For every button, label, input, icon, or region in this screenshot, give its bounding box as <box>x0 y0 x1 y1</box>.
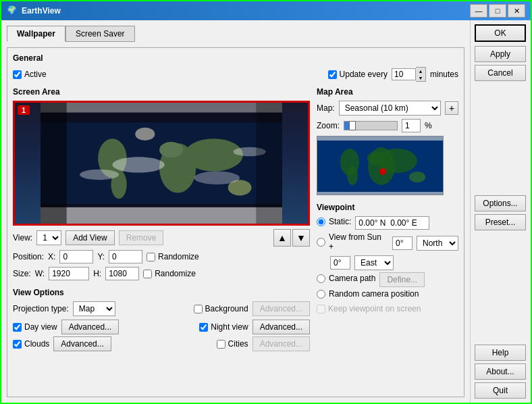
cities-checkbox-label[interactable]: Cities <box>217 339 248 349</box>
clouds-checkbox-label[interactable]: Clouds <box>13 339 49 349</box>
screen-area-section: Screen Area 1 <box>13 87 310 355</box>
zoom-value-input[interactable] <box>402 119 421 132</box>
random-camera-label: Random camera position <box>329 289 419 299</box>
map-select[interactable]: Seasonal (10 km) Daily (1 km) <box>339 101 441 116</box>
advanced-night-button[interactable]: Advanced... <box>252 320 310 334</box>
svg-point-25 <box>379 168 386 175</box>
svg-rect-10 <box>41 207 282 224</box>
screen-area-title: Screen Area <box>13 87 310 97</box>
clouds-checkbox[interactable] <box>13 340 22 349</box>
app-icon: 🌍 <box>7 5 18 16</box>
right-button-panel: OK Apply Cancel Options... Preset... Hel… <box>470 20 531 403</box>
h-label: H: <box>93 269 101 278</box>
static-radio-label[interactable]: Static: <box>317 217 351 226</box>
static-label: Static: <box>329 217 351 226</box>
nav-arrows: ▲ ▼ <box>273 229 310 247</box>
general-section: General Active Update every <box>13 53 458 82</box>
static-coord-input[interactable] <box>355 216 429 230</box>
tab-wallpaper[interactable]: Wallpaper <box>7 26 65 42</box>
zoom-percent-label: % <box>425 121 432 130</box>
day-view-checkbox[interactable] <box>13 323 22 332</box>
sun-value-input[interactable] <box>392 236 413 250</box>
apply-button[interactable]: Apply <box>475 46 526 62</box>
add-view-button[interactable]: Add View <box>65 230 114 245</box>
randomize-size-label[interactable]: Randomize <box>143 269 196 278</box>
maximize-button[interactable]: □ <box>489 4 506 18</box>
view-label: View: <box>13 233 32 243</box>
w-input[interactable] <box>49 267 89 280</box>
general-title: General <box>13 53 458 63</box>
view-select[interactable]: 1 <box>36 230 61 245</box>
options-button[interactable]: Options... <box>475 195 526 211</box>
svg-point-24 <box>409 172 425 182</box>
active-checkbox[interactable] <box>13 70 22 79</box>
minimize-button[interactable]: — <box>470 4 487 18</box>
background-label: Background <box>205 304 248 313</box>
night-view-checkbox-label[interactable]: Night view <box>199 322 248 332</box>
main-content: Wallpaper Screen Saver General Active <box>1 20 470 403</box>
zoom-slider[interactable] <box>344 121 398 130</box>
x-label: X: <box>48 252 55 261</box>
random-camera-radio-label[interactable]: Random camera position <box>317 289 419 299</box>
earth-preview[interactable]: 1 <box>13 101 310 226</box>
map-plus-button[interactable]: + <box>445 101 458 115</box>
close-button[interactable]: ✕ <box>508 4 525 18</box>
preset-button[interactable]: Preset... <box>475 214 526 230</box>
camera-path-radio[interactable] <box>317 274 325 283</box>
background-checkbox-label[interactable]: Background <box>194 304 248 313</box>
update-checkbox-label[interactable]: Update every <box>328 70 388 79</box>
tab-bar: Wallpaper Screen Saver <box>7 26 464 42</box>
quit-button[interactable]: Quit <box>475 382 526 399</box>
advanced-day-button[interactable]: Advanced... <box>61 320 119 334</box>
down-arrow-btn[interactable]: ▼ <box>292 229 310 247</box>
up-arrow-btn[interactable]: ▲ <box>273 229 291 247</box>
main-window: 🌍 EarthView — □ ✕ Wallpaper Screen Saver… <box>0 0 532 404</box>
advanced-clouds-button[interactable]: Advanced... <box>53 336 111 351</box>
camera-path-radio-label[interactable]: Camera path <box>317 274 375 283</box>
update-decrement-btn[interactable]: ▼ <box>416 74 425 81</box>
active-label: Active <box>24 70 47 79</box>
svg-rect-27 <box>317 192 444 195</box>
h-input[interactable] <box>105 267 139 280</box>
x-input[interactable] <box>59 250 93 263</box>
static-radio[interactable] <box>317 218 325 226</box>
camera-path-label: Camera path <box>329 274 375 283</box>
view-from-sun-radio-label[interactable]: View from Sun + <box>317 232 388 251</box>
w-label: W: <box>35 269 45 278</box>
randomize-position-checkbox[interactable] <box>147 253 155 261</box>
about-button[interactable]: About... <box>475 363 526 380</box>
map-area-title: Map Area <box>317 87 458 97</box>
svg-point-23 <box>347 166 358 185</box>
view-from-sun-radio[interactable] <box>317 238 325 247</box>
east-select[interactable]: East West <box>354 255 394 270</box>
ok-button[interactable]: OK <box>475 24 526 42</box>
keep-viewpoint-label: Keep viewpoint on screen <box>328 304 421 313</box>
y-input[interactable] <box>109 250 142 263</box>
day-view-checkbox-label[interactable]: Day view <box>13 322 57 332</box>
map-mini-preview[interactable] <box>317 136 444 195</box>
window-controls: — □ ✕ <box>470 4 525 18</box>
east-value-input[interactable] <box>330 256 350 270</box>
view-options-title: View Options <box>13 288 310 297</box>
update-checkbox[interactable] <box>328 70 337 79</box>
tab-screensaver[interactable]: Screen Saver <box>65 26 135 42</box>
cities-checkbox[interactable] <box>217 340 225 349</box>
randomize-position-label[interactable]: Randomize <box>147 252 199 261</box>
svg-point-5 <box>184 138 243 171</box>
update-spinner[interactable]: ▲ ▼ <box>392 67 426 82</box>
update-increment-btn[interactable]: ▲ <box>416 68 425 74</box>
update-value-input[interactable] <box>392 68 416 80</box>
y-label: Y: <box>97 252 105 261</box>
random-camera-radio[interactable] <box>317 290 325 299</box>
help-button[interactable]: Help <box>475 345 526 361</box>
background-checkbox[interactable] <box>194 305 203 313</box>
night-view-checkbox[interactable] <box>199 323 208 332</box>
cities-label: Cities <box>228 339 248 349</box>
title-bar: 🌍 EarthView — □ ✕ <box>1 1 531 20</box>
cancel-button[interactable]: Cancel <box>475 65 526 81</box>
projection-select[interactable]: Map Globe <box>73 301 115 316</box>
advanced-cities-button: Advanced... <box>252 336 310 351</box>
north-select[interactable]: North South <box>417 236 458 251</box>
active-checkbox-label[interactable]: Active <box>13 70 47 79</box>
randomize-size-checkbox[interactable] <box>143 270 152 278</box>
